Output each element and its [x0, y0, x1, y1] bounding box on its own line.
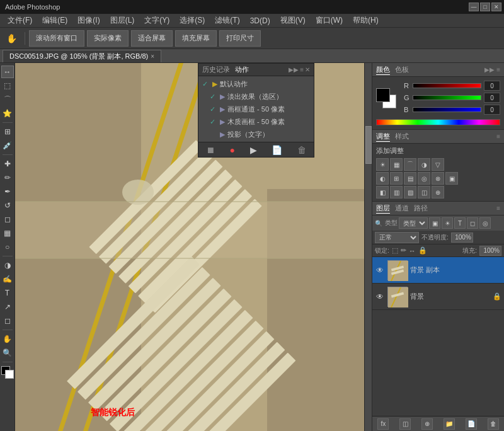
add-adjustment-layer-button[interactable]: ⊕	[421, 418, 433, 430]
history-menu-btn[interactable]: ≡	[300, 66, 304, 73]
blend-mode-select[interactable]: 正常	[375, 232, 419, 243]
channel-mixer-adj[interactable]: ⊗	[432, 172, 444, 185]
color-balance-adj[interactable]: ⊞	[390, 172, 403, 185]
maximize-button[interactable]: □	[480, 3, 490, 11]
text-tool[interactable]: T	[1, 287, 14, 299]
fill-screen-button[interactable]: 填充屏幕	[175, 30, 217, 47]
healing-brush-tool[interactable]: ✚	[1, 158, 14, 170]
brightness-adj[interactable]: ☀	[376, 158, 389, 171]
add-group-button[interactable]: 📁	[444, 418, 455, 430]
scroll-all-button[interactable]: 滚动所有窗口	[29, 30, 84, 47]
add-fx-button[interactable]: fx	[377, 418, 389, 430]
menu-filter[interactable]: 滤镜(T)	[210, 14, 244, 27]
curves-adj[interactable]: ⌒	[404, 158, 416, 171]
actual-pixels-button[interactable]: 实际像素	[87, 30, 129, 47]
selective-color-adj[interactable]: ⊕	[432, 186, 444, 198]
posterize-adj[interactable]: ▥	[390, 186, 403, 198]
pixel-filter-btn[interactable]: ▣	[429, 217, 440, 229]
lock-pixels-btn[interactable]: ✏	[401, 246, 406, 255]
filter-select[interactable]: 类型	[399, 217, 428, 229]
dodge-tool[interactable]: ◑	[1, 259, 14, 272]
fg-bg-color[interactable]	[1, 366, 14, 381]
adjustment-filter-btn[interactable]: ☀	[442, 217, 453, 229]
shape-filter-btn[interactable]: ◻	[467, 217, 478, 229]
history-item-2[interactable]: ✓ ▶ 淡出效果（选区）	[198, 90, 314, 103]
color-panel-menu[interactable]: ▶▶ ≡	[484, 66, 500, 73]
color-tab[interactable]: 颜色	[376, 65, 390, 75]
g-value[interactable]	[484, 93, 500, 103]
menu-edit[interactable]: 编辑(E)	[37, 14, 72, 27]
history-forward-btn[interactable]: ▶▶	[289, 66, 299, 73]
color-lookup-adj[interactable]: ▣	[445, 172, 458, 185]
color-spectrum[interactable]	[376, 119, 500, 125]
background-color[interactable]	[5, 370, 14, 379]
gradient-tool[interactable]: ▦	[1, 227, 14, 239]
lock-position-btn[interactable]: ↔	[409, 247, 416, 255]
menu-file[interactable]: 文件(F)	[3, 14, 37, 27]
opacity-input[interactable]	[451, 233, 473, 243]
layer-visibility-2[interactable]: 👁	[375, 292, 385, 302]
marquee-tool[interactable]: ⬚	[1, 79, 14, 92]
move-tool[interactable]: ↔	[1, 66, 14, 78]
record-button[interactable]: ●	[230, 145, 235, 155]
text-filter-btn[interactable]: T	[454, 217, 466, 229]
play-button[interactable]: ▶	[250, 145, 257, 155]
menu-view[interactable]: 视图(V)	[275, 14, 311, 27]
lock-all-btn[interactable]: 🔒	[418, 246, 427, 255]
fit-screen-button[interactable]: 适合屏幕	[131, 30, 173, 47]
stop-button[interactable]: ⏹	[206, 145, 215, 155]
zoom-tool[interactable]: 🔍	[1, 347, 14, 359]
history-tab[interactable]: 历史记录	[202, 64, 230, 76]
b-value[interactable]	[484, 105, 500, 115]
new-action-button[interactable]: 📄	[272, 145, 282, 155]
bw-adj[interactable]: ▤	[404, 172, 416, 185]
swatches-tab[interactable]: 色板	[395, 65, 409, 75]
crop-tool[interactable]: ⊞	[1, 125, 14, 138]
smartobj-filter-btn[interactable]: ◎	[479, 217, 491, 229]
invert-adj[interactable]: ◧	[376, 186, 389, 198]
shape-tool[interactable]: ◻	[1, 314, 14, 327]
layer-visibility-1[interactable]: 👁	[375, 265, 385, 275]
add-layer-button[interactable]: 📄	[466, 418, 477, 430]
history-item-3[interactable]: ✓ ▶ 画框通道 - 50 像素	[198, 103, 314, 115]
hue-sat-adj[interactable]: ◐	[376, 172, 389, 185]
eraser-tool[interactable]: ◻	[1, 213, 14, 226]
adjust-tab[interactable]: 调整	[376, 132, 390, 142]
menu-window[interactable]: 窗口(W)	[311, 14, 348, 27]
adjust-panel-menu[interactable]: ≡	[496, 133, 500, 140]
path-tab[interactable]: 路径	[414, 204, 428, 214]
levels-adj[interactable]: ▦	[390, 158, 403, 171]
green-slider[interactable]	[413, 95, 481, 100]
vibrance-adj[interactable]: ▽	[432, 158, 444, 171]
minimize-button[interactable]: —	[469, 3, 479, 11]
add-mask-button[interactable]: ◫	[399, 418, 411, 430]
path-select-tool[interactable]: ↗	[1, 301, 14, 313]
tab-close-button[interactable]: ×	[151, 53, 154, 60]
menu-select[interactable]: 选择(S)	[175, 14, 210, 27]
magic-wand-tool[interactable]: ⭐	[1, 107, 14, 120]
channel-tab[interactable]: 通道	[395, 204, 409, 214]
hand-tool[interactable]: ✋	[1, 333, 14, 345]
red-slider[interactable]	[413, 83, 481, 88]
document-tab[interactable]: DSC00519.JPG @ 105% (背景 副本, RGB/8) ×	[3, 50, 161, 62]
gradient-map-adj[interactable]: ◫	[418, 186, 430, 198]
history-brush-tool[interactable]: ↺	[1, 199, 14, 212]
layers-tab[interactable]: 图层	[376, 204, 390, 214]
delete-action-button[interactable]: 🗑	[297, 145, 306, 155]
history-item-1[interactable]: ✓ ▶ 默认动作	[198, 78, 314, 90]
clone-stamp-tool[interactable]: ✒	[1, 185, 14, 198]
eyedropper-tool[interactable]: 💉	[1, 139, 14, 152]
exposure-adj[interactable]: ◑	[418, 158, 430, 171]
menu-help[interactable]: 帮助(H)	[348, 14, 384, 27]
foreground-swatch[interactable]	[376, 88, 390, 102]
menu-text[interactable]: 文字(Y)	[139, 14, 175, 27]
vertical-scrollbar[interactable]	[364, 63, 372, 431]
scroll-thumb[interactable]	[365, 126, 372, 164]
pen-tool[interactable]: ✍	[1, 273, 14, 285]
menu-image[interactable]: 图像(I)	[72, 14, 105, 27]
layer-item-bg[interactable]: 👁 背景 🔒	[372, 284, 504, 310]
history-item-4[interactable]: ✓ ▶ 木质画框 - 50 像素	[198, 115, 314, 128]
history-item-5[interactable]: ✓ ▶ 投影（文字）	[198, 128, 314, 141]
menu-3d[interactable]: 3D(D)	[245, 15, 275, 26]
print-size-button[interactable]: 打印尺寸	[219, 30, 261, 47]
